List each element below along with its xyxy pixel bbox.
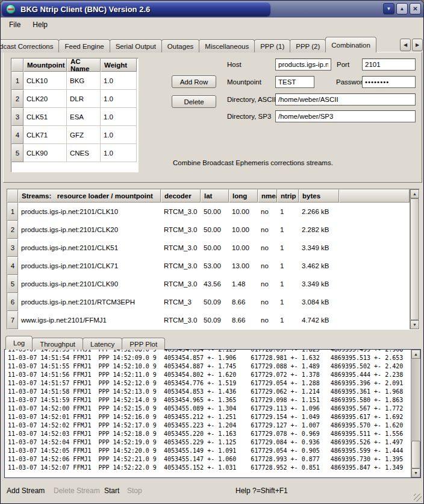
stream-row[interactable]: 7 www.igs-ip.net:2101/FFMJ1 RTCM_3.0 50.…: [7, 311, 419, 329]
directory-sp3-input[interactable]: [275, 110, 416, 122]
cell-lat[interactable]: 50.00: [201, 203, 229, 221]
cell-bytes[interactable]: 3.349 kB: [299, 239, 339, 257]
scroll-up-button[interactable]: ▲: [411, 350, 420, 359]
cell-decoder[interactable]: RTCM_3.0: [161, 311, 201, 329]
scroll-down-button[interactable]: ▼: [410, 320, 419, 329]
col-header-mountpoint[interactable]: Mountpoint: [23, 58, 67, 72]
streams-scrollbar[interactable]: ▲ ▼: [410, 189, 419, 329]
tab-ppp-1[interactable]: PPP (1): [254, 39, 290, 52]
cell-nmea[interactable]: no: [258, 275, 277, 293]
combination-row[interactable]: 4 CLK71 GFZ 1.0: [11, 126, 138, 144]
combination-row[interactable]: 3 CLK51 ESA 1.0: [11, 108, 138, 126]
cell-lat[interactable]: 53.00: [201, 257, 229, 275]
cell-ntrip[interactable]: 1: [277, 221, 299, 239]
cell-nmea[interactable]: no: [258, 257, 277, 275]
cell-lat[interactable]: 50.00: [201, 221, 229, 239]
cell-bytes[interactable]: 4.742 kB: [299, 311, 339, 329]
cell-ac-name[interactable]: CNES: [67, 144, 101, 162]
cell-long[interactable]: 10.00: [229, 239, 258, 257]
cell-bytes[interactable]: 2.266 kB: [299, 203, 339, 221]
stream-row[interactable]: 6 products.igs-ip.net:2101/RTCM3EPH RTCM…: [7, 293, 419, 311]
cell-nmea[interactable]: no: [258, 221, 277, 239]
scrollbar-thumb[interactable]: [410, 198, 419, 320]
cell-lat[interactable]: 43.56: [201, 275, 229, 293]
cell-mountpoint[interactable]: CLK71: [23, 126, 67, 144]
cell-ac-name[interactable]: DLR: [67, 90, 101, 108]
tab-outages[interactable]: Outages: [161, 39, 199, 52]
cell-decoder[interactable]: RTCM_3.0: [161, 239, 201, 257]
menu-help[interactable]: Help: [26, 19, 54, 31]
start-button[interactable]: Start: [104, 487, 119, 495]
tab-latency[interactable]: Latency: [83, 338, 122, 350]
cell-bytes[interactable]: 2.282 kB: [299, 221, 339, 239]
add-row-button[interactable]: Add Row: [172, 75, 216, 88]
cell-mountpoint[interactable]: products.igs-ip.net:2101/CLK90: [18, 275, 161, 293]
cell-ntrip[interactable]: 1: [277, 257, 299, 275]
cell-bytes[interactable]: 3.349 kB: [299, 275, 339, 293]
cell-nmea[interactable]: no: [258, 203, 277, 221]
scroll-down-button[interactable]: ▼: [411, 468, 420, 477]
cell-ac-name[interactable]: BKG: [67, 72, 101, 90]
cell-long[interactable]: 10.00: [229, 203, 258, 221]
col-header-nmea[interactable]: nmea: [258, 189, 277, 203]
cell-ntrip[interactable]: 1: [277, 239, 299, 257]
directory-ascii-input[interactable]: [275, 93, 416, 106]
cell-long[interactable]: 8.66: [229, 311, 258, 329]
col-header-decoder[interactable]: decoder: [161, 189, 201, 203]
cell-ntrip[interactable]: 1: [277, 293, 299, 311]
stream-row[interactable]: 1 products.igs-ip.net:2101/CLK10 RTCM_3.…: [7, 203, 419, 221]
tab-feed-engine[interactable]: Feed Engine: [58, 39, 110, 52]
stream-row[interactable]: 4 products.igs-ip.net:2101/CLK71 RTCM_3.…: [7, 257, 419, 275]
port-input[interactable]: [362, 58, 416, 71]
cell-ntrip[interactable]: 1: [277, 203, 299, 221]
combination-row[interactable]: 5 CLK90 CNES 1.0: [11, 144, 138, 162]
resize-grip[interactable]: [414, 494, 422, 502]
cell-bytes[interactable]: 3.462 kB: [299, 257, 339, 275]
tab-throughput[interactable]: Throughput: [32, 338, 83, 350]
col-header-weight[interactable]: Weight: [101, 58, 137, 72]
col-header-ac-name[interactable]: AC Name: [67, 58, 101, 72]
scrollbar-track[interactable]: [410, 198, 419, 320]
app-icon[interactable]: [6, 4, 16, 14]
col-header-bytes[interactable]: bytes: [299, 189, 339, 203]
cell-ntrip[interactable]: 1: [277, 311, 299, 329]
tab-combination[interactable]: Combination: [325, 37, 376, 52]
cell-bytes[interactable]: 3.084 kB: [299, 293, 339, 311]
menu-file[interactable]: File: [3, 19, 26, 31]
scrollbar-track[interactable]: [411, 359, 420, 468]
combination-row[interactable]: 1 CLK10 BKG 1.0: [11, 72, 138, 90]
cell-lat[interactable]: 50.00: [201, 239, 229, 257]
scrollbar-thumb[interactable]: [411, 441, 420, 468]
cell-long[interactable]: 1.48: [229, 275, 258, 293]
cell-mountpoint[interactable]: products.igs-ip.net:2101/CLK10: [18, 203, 161, 221]
col-header-long[interactable]: long: [229, 189, 258, 203]
cell-weight[interactable]: 1.0: [101, 144, 137, 162]
close-button[interactable]: ✕: [410, 3, 421, 14]
col-header-lat[interactable]: lat: [201, 189, 229, 203]
tab-scroll-right-button[interactable]: ▶: [412, 39, 423, 51]
tab-log[interactable]: Log: [5, 336, 33, 350]
cell-long[interactable]: 10.00: [229, 221, 258, 239]
cell-long[interactable]: 8.66: [229, 293, 258, 311]
cell-ac-name[interactable]: GFZ: [67, 126, 101, 144]
tab-miscellaneous[interactable]: Miscellaneous: [199, 39, 255, 52]
cell-nmea[interactable]: no: [258, 293, 277, 311]
tab-ppp-2[interactable]: PPP (2): [290, 39, 326, 52]
cell-mountpoint[interactable]: CLK20: [23, 90, 67, 108]
cell-ac-name[interactable]: ESA: [67, 108, 101, 126]
stream-row[interactable]: 2 products.igs-ip.net:2101/CLK20 RTCM_3.…: [7, 221, 419, 239]
col-header-ntrip[interactable]: ntrip: [277, 189, 299, 203]
cell-long[interactable]: 13.00: [229, 257, 258, 275]
cell-mountpoint[interactable]: CLK10: [23, 72, 67, 90]
tab-serial-output[interactable]: Serial Output: [110, 39, 162, 52]
stream-row[interactable]: 5 products.igs-ip.net:2101/CLK90 RTCM_3.…: [7, 275, 419, 293]
add-stream-button[interactable]: Add Stream: [7, 487, 45, 495]
cell-mountpoint[interactable]: products.igs-ip.net:2101/CLK20: [18, 221, 161, 239]
delete-button[interactable]: Delete: [172, 95, 216, 108]
minimize-button[interactable]: ▼: [383, 3, 394, 14]
log-output[interactable]: 11-03-07 14:51:53 FFMJ1 PPP 14:52:08.0 9…: [8, 349, 403, 472]
cell-weight[interactable]: 1.0: [101, 90, 137, 108]
cell-decoder[interactable]: RTCM_3.0: [161, 257, 201, 275]
scroll-up-button[interactable]: ▲: [410, 189, 419, 198]
titlebar[interactable]: BKG Ntrip Client (BNC) Version 2.6 ▼ ▲ ✕: [1, 1, 423, 17]
